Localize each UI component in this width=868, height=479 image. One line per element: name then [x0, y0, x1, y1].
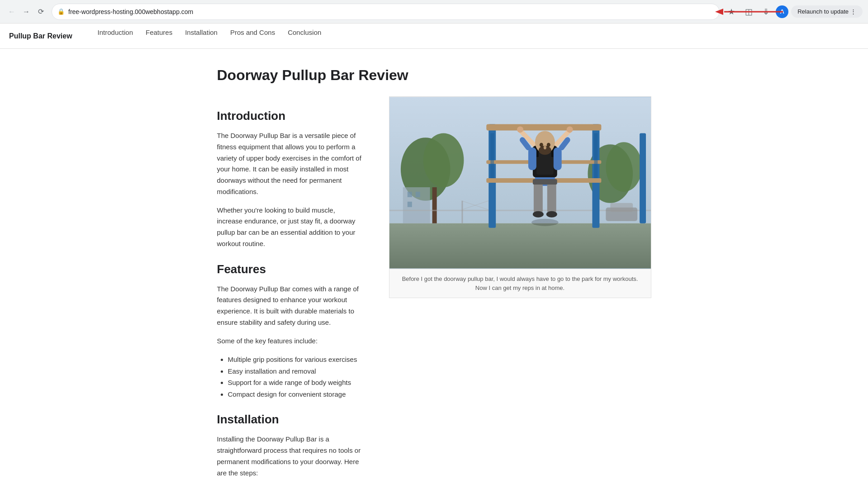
svg-rect-13: [407, 202, 412, 207]
svg-rect-7: [432, 187, 436, 223]
installation-para-1: Installing the Doorway Pullup Bar is a s…: [217, 434, 362, 479]
section-features: Features The Doorway Pullup Bar comes wi…: [217, 262, 362, 400]
url-input[interactable]: [68, 8, 714, 15]
nav-link-installation[interactable]: Installation: [185, 28, 218, 36]
download-button[interactable]: ⇓: [759, 5, 773, 19]
feature-item-2: Easy installation and removal: [228, 365, 362, 377]
svg-point-51: [531, 219, 558, 226]
svg-point-43: [539, 143, 543, 147]
page-title: Doorway Pullup Bar Review: [217, 67, 651, 84]
site-navigation: Pullup Bar Review Introduction Features …: [0, 24, 868, 49]
reload-button[interactable]: ⟳: [34, 5, 47, 18]
lock-icon: 🔒: [57, 8, 65, 15]
installation-heading: Installation: [217, 413, 362, 427]
features-para-1: The Doorway Pullup Bar comes with a rang…: [217, 284, 362, 328]
introduction-heading: Introduction: [217, 109, 362, 123]
site-title: Pullup Bar Review: [9, 32, 72, 40]
browser-nav-buttons: ← → ⟳: [5, 5, 47, 18]
pullup-scene-svg: [389, 97, 651, 269]
svg-point-31: [566, 126, 573, 133]
content-layout: Introduction The Doorway Pullup Bar is a…: [217, 96, 651, 479]
address-bar-wrapper: 🔒: [52, 4, 720, 20]
features-list: Multiple grip positions for various exer…: [228, 354, 362, 400]
svg-point-9: [606, 142, 642, 192]
bookmark-button[interactable]: ★: [724, 5, 739, 19]
svg-rect-22: [640, 133, 646, 223]
section-installation: Installation Installing the Doorway Pull…: [217, 413, 362, 479]
relaunch-menu-icon: ⋮: [850, 8, 856, 15]
svg-rect-47: [547, 182, 556, 213]
introduction-para-2: Whether you're looking to build muscle, …: [217, 205, 362, 250]
feature-item-3: Support for a wide range of body weights: [228, 377, 362, 389]
features-heading: Features: [217, 262, 362, 276]
nav-link-introduction[interactable]: Introduction: [98, 28, 133, 36]
svg-point-45: [543, 146, 546, 149]
nav-link-pros-cons[interactable]: Pros and Cons: [230, 28, 275, 36]
nav-item-introduction[interactable]: Introduction: [98, 27, 133, 38]
nav-item-pros-cons[interactable]: Pros and Cons: [230, 27, 275, 38]
svg-point-49: [532, 211, 543, 218]
svg-rect-11: [407, 192, 412, 197]
svg-point-44: [546, 143, 550, 147]
section-introduction: Introduction The Doorway Pullup Bar is a…: [217, 109, 362, 250]
image-caption: Before I got the doorway pullup bar, I w…: [389, 269, 651, 298]
nav-link-conclusion[interactable]: Conclusion: [288, 28, 321, 36]
svg-rect-46: [533, 182, 542, 213]
browser-chrome: ← → ⟳ 🔒 ★ ◫ ⇓ A Relaunch to update ⋮: [0, 0, 868, 24]
nav-link-features[interactable]: Features: [146, 28, 172, 36]
nav-item-installation[interactable]: Installation: [185, 27, 218, 38]
svg-rect-48: [532, 179, 557, 185]
feature-item-4: Compact design for convenient storage: [228, 389, 362, 400]
address-bar[interactable]: 🔒: [52, 4, 720, 20]
pullup-bar-image: [389, 97, 651, 269]
svg-rect-4: [389, 223, 651, 269]
introduction-para-1: The Doorway Pullup Bar is a versatile pi…: [217, 130, 362, 198]
text-column: Introduction The Doorway Pullup Bar is a…: [217, 96, 362, 479]
nav-item-conclusion[interactable]: Conclusion: [288, 27, 321, 38]
svg-rect-23: [486, 124, 601, 130]
relaunch-button[interactable]: Relaunch to update ⋮: [791, 5, 863, 18]
svg-rect-12: [415, 192, 420, 197]
svg-point-50: [546, 211, 557, 218]
extensions-button[interactable]: ◫: [741, 5, 756, 19]
image-column: Before I got the doorway pullup bar, I w…: [389, 96, 651, 298]
forward-button[interactable]: →: [20, 5, 33, 18]
browser-toolbar-right: ★ ◫ ⇓ A Relaunch to update ⋮: [724, 5, 863, 19]
features-para-2: Some of the key features include:: [217, 336, 362, 347]
feature-item-1: Multiple grip positions for various exer…: [228, 354, 362, 365]
svg-rect-37: [528, 147, 536, 170]
svg-rect-15: [461, 201, 463, 223]
pullup-image-container: Before I got the doorway pullup bar, I w…: [389, 96, 651, 298]
svg-rect-53: [610, 203, 633, 212]
back-button[interactable]: ←: [5, 5, 18, 18]
nav-links-list: Introduction Features Installation Pros …: [98, 27, 322, 38]
svg-rect-38: [553, 147, 561, 170]
main-content: Doorway Pullup Bar Review Introduction T…: [145, 49, 724, 479]
nav-item-features[interactable]: Features: [146, 27, 172, 38]
profile-icon[interactable]: A: [776, 5, 788, 18]
svg-point-6: [423, 133, 464, 187]
svg-point-30: [517, 126, 523, 133]
